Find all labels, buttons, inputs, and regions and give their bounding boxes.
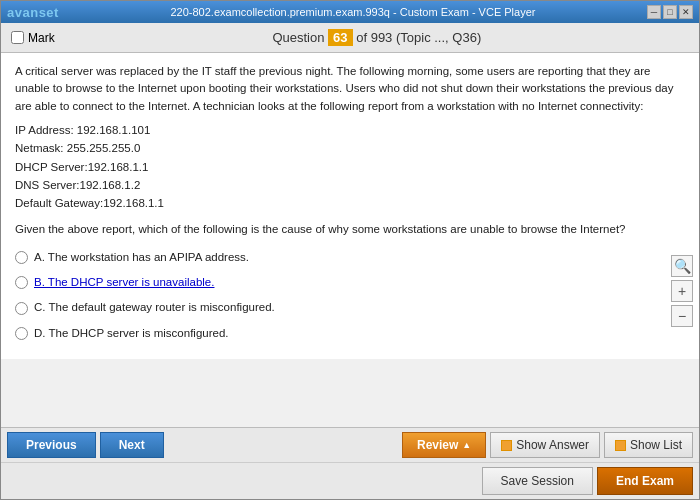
review-button[interactable]: Review ▲ — [402, 432, 486, 458]
previous-button[interactable]: Previous — [7, 432, 96, 458]
content-area: A critical server was replaced by the IT… — [1, 53, 699, 359]
minus-icon: − — [678, 308, 686, 324]
next-button[interactable]: Next — [100, 432, 164, 458]
option-d[interactable]: D. The DHCP server is misconfigured. — [15, 324, 685, 343]
maximize-button[interactable]: □ — [663, 5, 677, 19]
window-title: 220-802.examcollection.premium.exam.993q… — [59, 6, 647, 18]
show-list-button[interactable]: Show List — [604, 432, 693, 458]
show-answer-label: Show Answer — [516, 438, 589, 452]
network-info-line-3: DHCP Server:192.168.1.1 — [15, 158, 685, 176]
question-body: A critical server was replaced by the IT… — [15, 63, 685, 115]
network-info-line-1: IP Address: 192.168.1.101 — [15, 121, 685, 139]
toolbar: Mark Question 63 of 993 (Topic ..., Q36) — [1, 23, 699, 53]
question-info: Question 63 of 993 (Topic ..., Q36) — [65, 29, 689, 46]
mark-label: Mark — [28, 31, 55, 45]
network-info: IP Address: 192.168.1.101 Netmask: 255.2… — [15, 121, 685, 213]
mark-container: Mark — [11, 31, 55, 45]
show-list-icon — [615, 440, 626, 451]
bottom-bar-bottom: Save Session End Exam — [1, 463, 699, 499]
show-list-label: Show List — [630, 438, 682, 452]
question-number: 63 — [328, 29, 352, 46]
option-b[interactable]: B. The DHCP server is unavailable. — [15, 273, 685, 292]
zoom-in-button[interactable]: + — [671, 280, 693, 302]
option-d-radio[interactable] — [15, 327, 28, 340]
content-wrapper: A critical server was replaced by the IT… — [1, 53, 699, 427]
show-answer-icon — [501, 440, 512, 451]
option-a[interactable]: A. The workstation has an APIPA address. — [15, 248, 685, 267]
review-arrow-icon: ▲ — [462, 440, 471, 450]
title-bar: avanset 220-802.examcollection.premium.e… — [1, 1, 699, 23]
minimize-button[interactable]: ─ — [647, 5, 661, 19]
network-info-line-2: Netmask: 255.255.255.0 — [15, 139, 685, 157]
option-d-text: D. The DHCP server is misconfigured. — [34, 325, 229, 342]
option-c-radio[interactable] — [15, 302, 28, 315]
option-b-text: B. The DHCP server is unavailable. — [34, 274, 214, 291]
option-a-text: A. The workstation has an APIPA address. — [34, 249, 249, 266]
search-tool-button[interactable]: 🔍 — [671, 255, 693, 277]
close-button[interactable]: ✕ — [679, 5, 693, 19]
show-answer-button[interactable]: Show Answer — [490, 432, 600, 458]
option-a-radio[interactable] — [15, 251, 28, 264]
save-session-button[interactable]: Save Session — [482, 467, 593, 495]
search-icon: 🔍 — [674, 258, 691, 274]
network-info-line-4: DNS Server:192.168.1.2 — [15, 176, 685, 194]
question-label: Question — [272, 30, 324, 45]
zoom-out-button[interactable]: − — [671, 305, 693, 327]
sidebar-tools: 🔍 + − — [671, 255, 693, 327]
question-total: of 993 (Topic ..., Q36) — [356, 30, 481, 45]
mark-checkbox[interactable] — [11, 31, 24, 44]
end-exam-button[interactable]: End Exam — [597, 467, 693, 495]
option-c-text: C. The default gateway router is misconf… — [34, 299, 275, 316]
title-bar-left: avanset — [7, 5, 59, 20]
network-info-line-5: Default Gateway:192.168.1.1 — [15, 194, 685, 212]
option-b-radio[interactable] — [15, 276, 28, 289]
app-logo: avanset — [7, 5, 59, 20]
plus-icon: + — [678, 283, 686, 299]
bottom-bar: Previous Next Review ▲ Show Answer Show … — [1, 427, 699, 499]
question-ask: Given the above report, which of the fol… — [15, 221, 685, 238]
logo-text1: avan — [7, 5, 39, 20]
main-window: avanset 220-802.examcollection.premium.e… — [0, 0, 700, 500]
window-controls: ─ □ ✕ — [647, 5, 693, 19]
logo-text2: set — [39, 5, 59, 20]
review-label: Review — [417, 438, 458, 452]
option-c[interactable]: C. The default gateway router is misconf… — [15, 298, 685, 317]
bottom-bar-top: Previous Next Review ▲ Show Answer Show … — [1, 428, 699, 463]
